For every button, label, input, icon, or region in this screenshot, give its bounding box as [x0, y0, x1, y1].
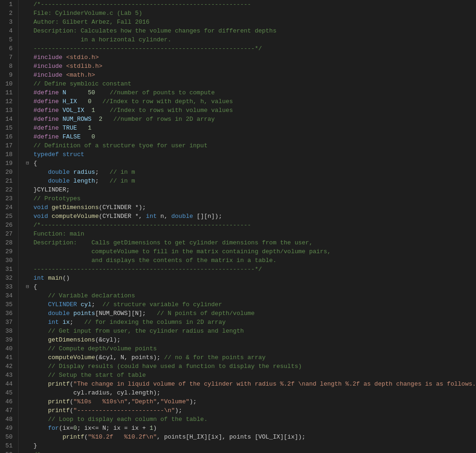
line-number: 17	[4, 141, 13, 150]
line-number: 2	[4, 9, 13, 18]
code-text: #include <stdio.h>	[33, 53, 99, 62]
code-text: /*--------------------------------------…	[33, 450, 251, 453]
fold-gutter[interactable]: ⊟	[26, 159, 33, 168]
code-line: #define VOL_IX 1 //Index to rows with vo…	[26, 106, 476, 115]
code-text: // Variable declarations	[33, 291, 135, 300]
code-line: in a horizontal cylinder.	[26, 35, 476, 44]
line-number: 3	[4, 18, 13, 26]
line-number: 12	[4, 97, 13, 106]
code-line: printf("%10.2f %10.2f\n", points[H_IX][i…	[26, 433, 476, 441]
code-line: File: CylinderVolume.c (Lab 5)	[26, 9, 476, 18]
code-line: int main()	[26, 274, 476, 282]
code-line: /*--------------------------------------…	[26, 0, 476, 9]
line-number: 35	[4, 300, 13, 309]
code-text: int main()	[33, 274, 70, 282]
code-text: }CYLINDER;	[33, 185, 70, 194]
line-number: 38	[4, 327, 13, 335]
line-number: 32	[4, 274, 13, 282]
code-line: // Definition of a structure tyoe for us…	[26, 141, 476, 150]
code-text: double radius; // in m	[33, 168, 135, 177]
line-number: 7	[4, 53, 13, 62]
code-line: #include <math.h>	[26, 71, 476, 79]
code-text: #include <stdlib.h>	[33, 62, 102, 71]
code-text: void getDimensions(CYLINDER *);	[33, 203, 146, 212]
code-line: ----------------------------------------…	[26, 44, 476, 53]
code-text: #define FALSE 0	[33, 132, 95, 141]
code-text: Description: Calculates how the volume c…	[33, 26, 277, 35]
line-number: 50	[4, 433, 13, 441]
code-line: for(ix=0; ix<= N; ix = ix + 1)	[26, 424, 476, 433]
code-text: #define TRUE 1	[33, 124, 92, 132]
code-text: and displays the contents of the matrix …	[33, 256, 277, 265]
code-line: double radius; // in m	[26, 168, 476, 177]
code-line: ----------------------------------------…	[26, 265, 476, 274]
code-text: Description: Calls getDimensions to get …	[33, 238, 313, 247]
code-text: printf("------------------------\n");	[33, 406, 182, 415]
code-text: // Define symbloic constant	[33, 79, 132, 88]
line-number: 27	[4, 230, 13, 238]
line-number: 49	[4, 424, 13, 433]
code-text: {	[33, 159, 37, 168]
code-line: void getDimensions(CYLINDER *);	[26, 203, 476, 212]
line-number: 21	[4, 177, 13, 185]
line-number: 5	[4, 35, 13, 44]
line-number: 30	[4, 256, 13, 265]
code-line: getDimensions(&cyl);	[26, 335, 476, 344]
line-number: 46	[4, 397, 13, 406]
code-line: // Prototypes	[26, 194, 476, 203]
code-text: double points[NUM_ROWS][N]; // N points …	[33, 309, 255, 318]
code-text: #define N 50 //number of pounts to compu…	[33, 88, 215, 97]
line-number: 18	[4, 150, 13, 159]
code-line: printf("The change in liquid volume of t…	[26, 380, 476, 388]
code-line: Author: Gilbert Arbez, Fall 2016	[26, 18, 476, 26]
line-number: 15	[4, 124, 13, 132]
line-number: 23	[4, 194, 13, 203]
code-line: Description: Calls getDimensions to get …	[26, 238, 476, 247]
code-line: }CYLINDER;	[26, 185, 476, 194]
code-text: typedef struct	[33, 150, 84, 159]
code-line: ⊟{	[26, 159, 476, 168]
fold-gutter[interactable]: ⊟	[26, 282, 33, 291]
line-number: 22	[4, 185, 13, 194]
line-number: 28	[4, 238, 13, 247]
code-line: double length; // in m	[26, 177, 476, 185]
code-line: // Define symbloic constant	[26, 79, 476, 88]
code-line: computeVolume(&cyl, N, points); // no & …	[26, 353, 476, 362]
code-text: printf("%10s %10s\n","Depth","Volume");	[33, 397, 197, 406]
code-line: and displays the contents of the matrix …	[26, 256, 476, 265]
line-number: 14	[4, 115, 13, 124]
line-number: 13	[4, 106, 13, 115]
code-content[interactable]: /*--------------------------------------…	[19, 0, 476, 453]
code-text: // Compute depth/volume points	[33, 344, 157, 353]
code-text: in a horizontal cylinder.	[33, 35, 171, 44]
code-line: cyl.radius, cyl.length);	[26, 388, 476, 397]
code-text: }	[33, 441, 37, 450]
code-text: getDimensions(&cyl);	[33, 335, 120, 344]
code-line: printf("%10s %10s\n","Depth","Volume");	[26, 397, 476, 406]
line-number: 44	[4, 380, 13, 388]
code-line: /*--------------------------------------…	[26, 221, 476, 230]
code-text: for(ix=0; ix<= N; ix = ix + 1)	[33, 424, 157, 433]
line-number: 11	[4, 88, 13, 97]
code-text: Function: main	[33, 230, 84, 238]
code-line: // Variable declarations	[26, 291, 476, 300]
code-text: printf("The change in liquid volume of t…	[33, 380, 476, 388]
line-number: 39	[4, 335, 13, 344]
code-line: // Compute depth/volume points	[26, 344, 476, 353]
code-text: computeVolume to fill in the matrix cont…	[33, 247, 331, 256]
code-line: Function: main	[26, 230, 476, 238]
code-text: /*--------------------------------------…	[33, 221, 251, 230]
code-line: }	[26, 441, 476, 450]
code-line: // Setup the start of table	[26, 371, 476, 380]
code-line: #define FALSE 0	[26, 132, 476, 141]
code-text: {	[33, 282, 37, 291]
code-line: int ix; // for indexing the columns in 2…	[26, 318, 476, 327]
code-text: // Setup the start of table	[33, 371, 146, 380]
code-text: // Get input from user, the cylinder rad…	[33, 327, 244, 335]
line-numbers: 1234567891011121314151617181920212223242…	[0, 0, 19, 453]
code-line: double points[NUM_ROWS][N]; // N points …	[26, 309, 476, 318]
line-number: 20	[4, 168, 13, 177]
line-number: 31	[4, 265, 13, 274]
code-text: File: CylinderVolume.c (Lab 5)	[33, 9, 142, 18]
line-number: 19	[4, 159, 13, 168]
